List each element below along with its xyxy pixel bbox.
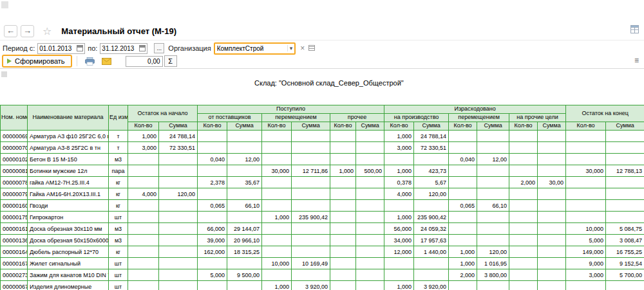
- cell-value[interactable]: [538, 165, 566, 177]
- cell-value[interactable]: [330, 200, 356, 212]
- cell-value[interactable]: 34,000: [384, 235, 414, 246]
- cell-value[interactable]: [128, 212, 159, 223]
- cell-value[interactable]: [128, 258, 159, 269]
- cell-number[interactable]: 00000070: [1, 142, 28, 154]
- cell-value[interactable]: 10,000: [262, 258, 292, 269]
- cell-value[interactable]: [509, 258, 538, 269]
- cell-value[interactable]: [159, 258, 198, 269]
- cell-value[interactable]: [414, 258, 449, 269]
- cell-value[interactable]: [292, 246, 330, 258]
- cell-value[interactable]: [159, 177, 198, 188]
- cell-value[interactable]: [356, 212, 384, 223]
- cell-unit[interactable]: кг: [109, 200, 128, 212]
- cell-value[interactable]: [330, 177, 356, 188]
- cell-value[interactable]: 10 169,49: [292, 258, 330, 269]
- cell-value[interactable]: 30,000: [262, 165, 292, 177]
- cell-value[interactable]: [566, 212, 606, 223]
- cell-value[interactable]: [330, 258, 356, 269]
- cell-value[interactable]: [449, 223, 477, 235]
- cell-value[interactable]: [330, 212, 356, 223]
- cell-value[interactable]: 5 700,00: [606, 269, 644, 281]
- clear-organization-button[interactable]: ×: [300, 44, 305, 53]
- cell-number[interactable]: 00000175: [1, 212, 28, 223]
- cell-value[interactable]: [509, 281, 538, 290]
- cell-value[interactable]: 12,000: [384, 246, 414, 258]
- cell-value[interactable]: [606, 131, 644, 142]
- cell-value[interactable]: 1,000: [449, 258, 477, 269]
- cell-value[interactable]: 1,000: [384, 281, 414, 290]
- header-cell[interactable]: прочее: [330, 114, 384, 122]
- cell-value[interactable]: 1,000: [449, 246, 477, 258]
- cell-value[interactable]: 0,040: [449, 154, 477, 165]
- save-icon[interactable]: [630, 24, 639, 36]
- cell-value[interactable]: 5,67: [414, 177, 449, 188]
- cell-value[interactable]: 29 144,07: [227, 223, 262, 235]
- header-cell[interactable]: Кол-во: [384, 122, 414, 131]
- cell-value[interactable]: [566, 154, 606, 165]
- cell-value[interactable]: 5,000: [566, 235, 606, 246]
- cell-value[interactable]: [330, 154, 356, 165]
- cell-value[interactable]: 423,73: [414, 165, 449, 177]
- cell-value[interactable]: [159, 235, 198, 246]
- cell-value[interactable]: [159, 165, 198, 177]
- cell-value[interactable]: 2,000: [509, 177, 538, 188]
- cell-value[interactable]: 0,065: [198, 200, 227, 212]
- cell-value[interactable]: [227, 281, 262, 290]
- cell-value[interactable]: 24 788,14: [414, 131, 449, 142]
- cell-value[interactable]: [538, 281, 566, 290]
- cell-value[interactable]: [262, 235, 292, 246]
- cell-material-name[interactable]: Доска обрезная 50х150х6000 мм: [28, 235, 109, 246]
- header-cell[interactable]: на прочие цели: [509, 114, 566, 122]
- cell-value[interactable]: [384, 269, 414, 281]
- organization-input[interactable]: [215, 44, 287, 53]
- cell-value[interactable]: 35,67: [227, 177, 262, 188]
- cell-value[interactable]: [292, 177, 330, 188]
- cell-value[interactable]: [227, 131, 262, 142]
- amount-input[interactable]: [126, 56, 163, 67]
- header-cell[interactable]: перемещением: [449, 114, 509, 122]
- cell-number[interactable]: 00000273: [1, 269, 28, 281]
- header-cell[interactable]: Кол-во: [449, 122, 477, 131]
- cell-value[interactable]: [509, 269, 538, 281]
- cell-value[interactable]: [449, 131, 477, 142]
- cell-value[interactable]: [538, 212, 566, 223]
- cell-value[interactable]: [606, 212, 644, 223]
- cell-value[interactable]: 235 900,42: [414, 212, 449, 223]
- cell-value[interactable]: [262, 223, 292, 235]
- cell-value[interactable]: [414, 269, 449, 281]
- header-cell[interactable]: Поступило: [198, 105, 384, 114]
- cell-value[interactable]: [159, 246, 198, 258]
- cell-value[interactable]: [227, 142, 262, 154]
- cell-value[interactable]: [128, 177, 159, 188]
- cell-material-name[interactable]: Ботинки мужские 12л: [28, 165, 109, 177]
- cell-value[interactable]: [330, 246, 356, 258]
- cell-value[interactable]: [292, 269, 330, 281]
- calendar-icon[interactable]: [139, 45, 146, 51]
- cell-value[interactable]: [566, 142, 606, 154]
- cell-value[interactable]: [128, 223, 159, 235]
- cell-value[interactable]: [292, 200, 330, 212]
- cell-value[interactable]: 10,000: [566, 223, 606, 235]
- print-icon[interactable]: [84, 55, 97, 67]
- header-cell[interactable]: перемещением: [262, 114, 330, 122]
- cell-value[interactable]: [509, 200, 538, 212]
- cell-value[interactable]: 0,040: [198, 154, 227, 165]
- favorite-star-icon[interactable]: ☆: [43, 25, 52, 37]
- cell-value[interactable]: [414, 154, 449, 165]
- cell-value[interactable]: [538, 235, 566, 246]
- cell-value[interactable]: [606, 154, 644, 165]
- cell-value[interactable]: [159, 212, 198, 223]
- cell-value[interactable]: [292, 154, 330, 165]
- cell-value[interactable]: [509, 212, 538, 223]
- cell-material-name[interactable]: Бетон В 15 М-150: [28, 154, 109, 165]
- cell-value[interactable]: [477, 212, 509, 223]
- cell-value[interactable]: 1,000: [384, 165, 414, 177]
- cell-value[interactable]: [330, 223, 356, 235]
- cell-value[interactable]: [159, 281, 198, 290]
- cell-value[interactable]: [606, 177, 644, 188]
- cell-value[interactable]: 30,000: [566, 165, 606, 177]
- cell-value[interactable]: [128, 235, 159, 246]
- cell-unit[interactable]: пара: [109, 165, 128, 177]
- cell-value[interactable]: 3 800,00: [477, 269, 509, 281]
- header-cell[interactable]: Наименование материала: [28, 105, 109, 131]
